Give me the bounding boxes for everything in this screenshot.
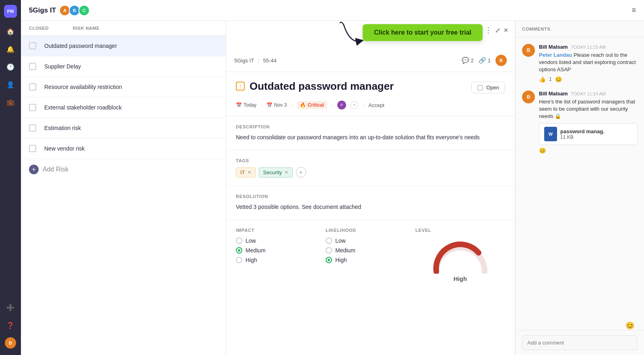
nav-notifications[interactable]: 🔔	[3, 42, 18, 56]
risk-checkbox[interactable]	[29, 104, 36, 111]
link-count-label: 1	[488, 58, 491, 64]
risk-list-panel: CLOSED RISK NAME Outdated password manag…	[21, 21, 226, 355]
risk-row[interactable]: New vendor risk	[21, 138, 226, 159]
nav-add[interactable]: ➕	[3, 300, 18, 315]
add-tag-button[interactable]: +	[296, 167, 306, 178]
add-assignee-button[interactable]: +	[350, 101, 358, 109]
action-label: Accept	[368, 102, 384, 108]
nav-profile[interactable]: B	[3, 336, 18, 350]
risk-checkbox[interactable]	[29, 124, 36, 132]
impact-medium[interactable]: Medium	[236, 247, 326, 254]
thumbs-up-reaction[interactable]: 👍	[539, 76, 546, 83]
likelihood-medium-label: Medium	[335, 247, 355, 254]
separator: ·	[331, 101, 333, 109]
nav-team[interactable]: 👤	[3, 77, 18, 92]
comment-author: Bill Malsam	[539, 91, 568, 97]
description-section: DESCRIPTION Need to consolidate our pass…	[226, 116, 515, 150]
priority-badge: 🔥 Critical	[297, 101, 327, 109]
detail-tags-row: 📅 Today · 📅 Nov 3 · 🔥 Critical · P + · A…	[226, 97, 515, 116]
comment-author-row: Bill Malsam TODAY 11:14 AM	[539, 91, 638, 97]
gauge-container: High	[415, 237, 505, 282]
level-value: High	[454, 275, 467, 282]
comment-content: Bill Malsam TODAY 11:14 AM Here's the li…	[539, 91, 638, 154]
open-status-button[interactable]: Open	[471, 82, 505, 93]
comment-text: Here's the list of password managers tha…	[539, 98, 638, 120]
tags-section: TAGS IT ✕ Security ✕ +	[226, 150, 515, 186]
tag-security-label: Security	[263, 169, 282, 175]
comments-body: B Bill Malsam TODAY 11:15 AM Peter Landa…	[516, 37, 644, 320]
tag-security-remove[interactable]: ✕	[285, 170, 288, 175]
likelihood-medium-radio[interactable]	[326, 247, 332, 254]
impact-high-radio[interactable]	[236, 257, 242, 263]
close-icon[interactable]: ✕	[504, 27, 508, 33]
risk-row[interactable]: Supplier Delay	[21, 56, 226, 77]
tag-it-remove[interactable]: ✕	[248, 170, 251, 175]
risk-checkbox[interactable]	[29, 63, 36, 70]
comment-count: 💬 2	[462, 57, 474, 64]
gauge-svg	[432, 241, 489, 274]
link-count: 🔗 1	[479, 57, 491, 64]
risk-row-name: Supplier Delay	[44, 63, 81, 70]
separator: ·	[362, 101, 364, 109]
impact-high[interactable]: High	[236, 257, 326, 263]
likelihood-high[interactable]: High	[326, 257, 415, 263]
comment-input[interactable]	[522, 335, 638, 350]
emoji-button[interactable]: 😊	[622, 320, 638, 331]
project-title: 5Gigs IT	[29, 6, 56, 14]
app-logo: PM	[4, 5, 17, 18]
nav-home[interactable]: 🏠	[3, 24, 18, 39]
tag-it-label: IT	[240, 169, 245, 175]
level-label: LEVEL	[415, 228, 505, 233]
comment-count-label: 2	[471, 58, 474, 64]
file-info: password manag. 11 KB	[560, 128, 605, 140]
comment-avatar: B	[522, 91, 535, 103]
cta-arrow-svg	[334, 21, 366, 51]
risk-row[interactable]: External stakeholder roadblock	[21, 97, 226, 118]
impact-low-radio[interactable]	[236, 237, 242, 244]
file-name: password manag.	[560, 128, 605, 134]
nav-help[interactable]: ❓	[3, 318, 18, 332]
impact-col: IMPACT Low Medium High	[236, 228, 326, 282]
risk-checkbox[interactable]	[29, 83, 36, 91]
icon-sidebar: PM 🏠 🔔 🕐 👤 💼 ➕ ❓ B	[0, 0, 21, 355]
add-risk-row[interactable]: + Add Risk	[21, 159, 226, 180]
likelihood-label: LIKELIHOOD	[326, 228, 415, 233]
likelihood-medium[interactable]: Medium	[326, 247, 415, 254]
fire-icon: 🔥	[300, 102, 306, 108]
comment-time: TODAY 11:15 AM	[571, 45, 606, 50]
nav-history[interactable]: 🕐	[3, 60, 18, 74]
comment-reactions: 😊	[539, 147, 638, 154]
likelihood-high-radio[interactable]	[326, 257, 332, 263]
date-end: 📅 Nov 3	[266, 102, 287, 108]
add-risk-icon: +	[29, 165, 39, 174]
risk-row-name: Estimation risk	[44, 125, 81, 131]
assignee-avatar: P	[337, 101, 346, 109]
smiley-reaction[interactable]: 😊	[539, 147, 546, 154]
nav-portfolio[interactable]: 💼	[3, 95, 18, 109]
risk-row[interactable]: Estimation risk	[21, 118, 226, 138]
team-avatars: A B C	[61, 5, 90, 16]
impact-label: IMPACT	[236, 228, 326, 233]
resize-icon[interactable]: ⤢	[495, 27, 500, 34]
cta-banner[interactable]: Click here to start your free trial	[363, 24, 483, 41]
risk-row[interactable]: Outdated password manager	[21, 36, 226, 56]
file-attachment[interactable]: W password manag. 11 KB	[539, 123, 638, 145]
likelihood-low-radio[interactable]	[326, 237, 332, 244]
impact-low[interactable]: Low	[236, 237, 326, 244]
risk-checkbox[interactable]	[29, 42, 36, 50]
impact-medium-radio[interactable]	[236, 247, 242, 254]
risk-row[interactable]: Resource availability restriction	[21, 77, 226, 97]
more-options-icon[interactable]: ⋮	[485, 26, 492, 35]
description-text: Need to consolidate our password manager…	[236, 133, 505, 142]
breadcrumb-project: 5Gigs IT	[234, 58, 254, 64]
resolution-section: RESOLUTION Vetted 3 possible options. Se…	[226, 186, 515, 220]
topbar: 5Gigs IT A B C ≡	[21, 0, 644, 21]
likelihood-low[interactable]: Low	[326, 237, 415, 244]
risk-row-name: Outdated password manager	[44, 43, 117, 49]
topbar-menu-icon[interactable]: ≡	[632, 6, 636, 14]
detail-title-row: ! Outdated password manager Open	[226, 72, 515, 97]
smiley-reaction[interactable]: 😊	[555, 76, 562, 83]
comment-icon: 💬	[462, 57, 469, 64]
risk-checkbox[interactable]	[29, 145, 36, 152]
comment-time: TODAY 11:14 AM	[571, 91, 606, 96]
